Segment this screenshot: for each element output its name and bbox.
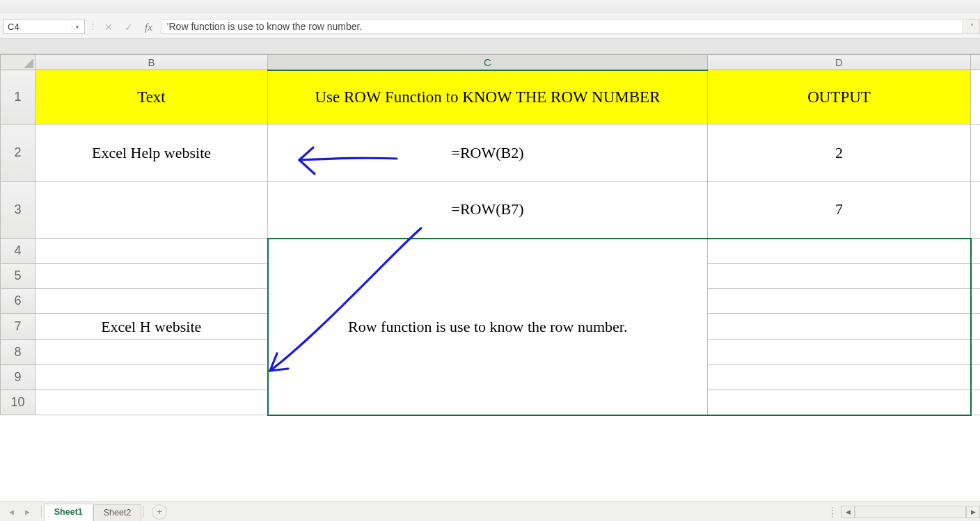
row-header-2[interactable]: 2 xyxy=(1,125,35,182)
cell-C1[interactable]: Use ROW Function to KNOW THE ROW NUMBER xyxy=(268,70,708,125)
row-2: 2 Excel Help website =ROW(B2) 2 xyxy=(1,125,981,182)
cell-C2[interactable]: =ROW(B2) xyxy=(268,125,708,182)
cell-B6[interactable] xyxy=(35,289,268,314)
tab-prev-icon[interactable]: ◄ xyxy=(4,506,19,518)
cell-B10[interactable] xyxy=(35,390,268,415)
row-3: 3 =ROW(B7) 7 xyxy=(1,182,981,239)
cell-E7[interactable] xyxy=(971,314,981,340)
cell-D6[interactable] xyxy=(708,289,971,314)
cell-D8[interactable] xyxy=(708,340,971,365)
cell-C4-explanation[interactable]: Row function is use to know the row numb… xyxy=(268,239,708,415)
col-header-D[interactable]: D xyxy=(708,55,971,70)
fx-icon[interactable]: fx xyxy=(145,22,152,33)
cell-D7[interactable] xyxy=(708,314,971,340)
row-header-5[interactable]: 5 xyxy=(1,264,35,289)
col-header-C[interactable]: C xyxy=(268,55,708,70)
formula-bar-buttons: ✕ ✓ fx xyxy=(100,20,157,34)
horizontal-scrollbar[interactable]: ◀ ▶ xyxy=(841,506,980,518)
grid-pane: B C D 1 Text Use ROW Function to KNOW TH… xyxy=(0,54,980,502)
cell-D10[interactable] xyxy=(708,390,971,415)
row-1: 1 Text Use ROW Function to KNOW THE ROW … xyxy=(1,70,981,125)
window-top-strip xyxy=(0,0,980,13)
cell-D3[interactable]: 7 xyxy=(708,182,971,239)
cell-B4[interactable] xyxy=(35,239,268,264)
separator-dots-icon: ⋮⋮ xyxy=(89,24,97,29)
cell-B7[interactable]: Excel H website xyxy=(35,314,268,340)
formula-input[interactable]: 'Row function is use to know the row num… xyxy=(161,19,963,34)
row-header-8[interactable]: 8 xyxy=(1,340,35,365)
cell-D4[interactable] xyxy=(708,239,971,264)
cell-D1[interactable]: OUTPUT xyxy=(708,70,971,125)
row-header-4[interactable]: 4 xyxy=(1,239,35,264)
ribbon-gap xyxy=(0,39,980,54)
name-box-value: C4 xyxy=(8,22,19,32)
tab-next-icon[interactable]: ► xyxy=(20,506,35,518)
row-4: 4 Row function is use to know the row nu… xyxy=(1,239,981,264)
scroll-right-icon[interactable]: ▶ xyxy=(966,506,980,518)
cell-E5[interactable] xyxy=(971,264,981,289)
cell-E2[interactable] xyxy=(971,125,981,182)
row-header-3[interactable]: 3 xyxy=(1,182,35,239)
spreadsheet-grid[interactable]: B C D 1 Text Use ROW Function to KNOW TH… xyxy=(0,54,980,416)
cell-E1[interactable] xyxy=(971,70,981,125)
formula-text: 'Row function is use to know the row num… xyxy=(167,21,362,32)
tab-nav-arrows: ◄ ► xyxy=(4,506,35,518)
row-header-1[interactable]: 1 xyxy=(1,70,35,125)
cell-D5[interactable] xyxy=(708,264,971,289)
enter-icon[interactable]: ✓ xyxy=(125,22,133,33)
add-sheet-button[interactable]: + xyxy=(152,504,167,520)
cell-B5[interactable] xyxy=(35,264,268,289)
col-header-E[interactable] xyxy=(971,55,981,70)
cell-B1[interactable]: Text xyxy=(35,70,268,125)
cell-E10[interactable] xyxy=(971,390,981,415)
select-all-corner[interactable] xyxy=(1,55,35,70)
column-header-row: B C D xyxy=(1,55,981,70)
cell-E9[interactable] xyxy=(971,365,981,390)
name-box-dropdown-icon[interactable]: ▾ xyxy=(72,22,82,32)
cell-B9[interactable] xyxy=(35,365,268,390)
row-header-9[interactable]: 9 xyxy=(1,365,35,390)
divider-icon xyxy=(41,506,42,518)
scroll-left-icon[interactable]: ◀ xyxy=(841,506,855,518)
cell-B3[interactable] xyxy=(35,182,268,239)
divider-icon xyxy=(143,506,144,518)
cell-D2[interactable]: 2 xyxy=(708,125,971,182)
separator-dots-icon: ⋮⋮ xyxy=(828,509,837,515)
cell-E4[interactable] xyxy=(971,239,981,264)
scroll-track[interactable] xyxy=(855,506,966,518)
sheet-tab-sheet1[interactable]: Sheet1 xyxy=(44,504,93,522)
col-header-B[interactable]: B xyxy=(35,55,268,70)
name-box[interactable]: C4 ▾ xyxy=(3,19,85,34)
formula-bar-expand-icon[interactable]: ˅ xyxy=(965,19,980,34)
cell-C3[interactable]: =ROW(B7) xyxy=(268,182,708,239)
cell-E3[interactable] xyxy=(971,182,981,239)
sheet-tabs-bar: ◄ ► Sheet1 Sheet2 + ⋮⋮ ◀ ▶ xyxy=(0,502,980,521)
sheet-tab-sheet2[interactable]: Sheet2 xyxy=(93,504,142,521)
cell-E6[interactable] xyxy=(971,289,981,314)
cancel-icon[interactable]: ✕ xyxy=(104,22,113,33)
excel-window: C4 ▾ ⋮⋮ ✕ ✓ fx 'Row function is use to k… xyxy=(0,0,980,521)
cell-B2[interactable]: Excel Help website xyxy=(35,125,268,182)
cell-E8[interactable] xyxy=(971,340,981,365)
formula-bar-row: C4 ▾ ⋮⋮ ✕ ✓ fx 'Row function is use to k… xyxy=(0,13,980,39)
row-header-6[interactable]: 6 xyxy=(1,289,35,314)
cell-B8[interactable] xyxy=(35,340,268,365)
row-header-7[interactable]: 7 xyxy=(1,314,35,340)
cell-D9[interactable] xyxy=(708,365,971,390)
row-header-10[interactable]: 10 xyxy=(1,390,35,415)
